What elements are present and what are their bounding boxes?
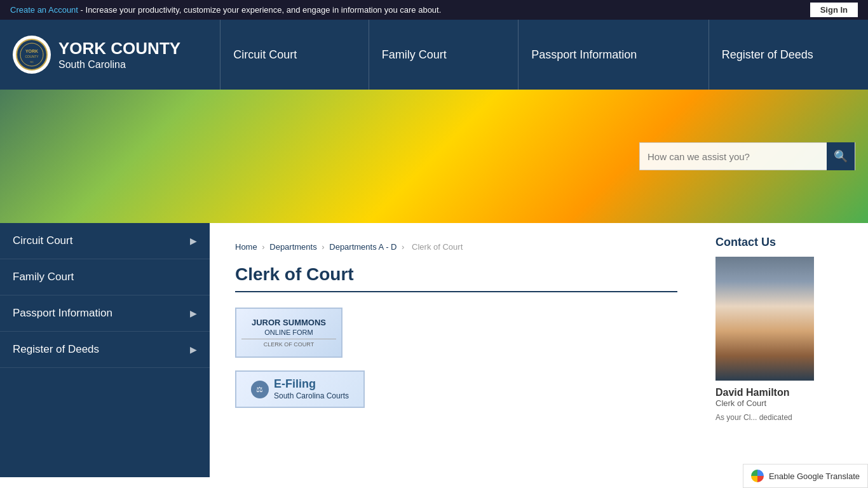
efiling-icon: ⚖ [251, 381, 269, 398]
search-button[interactable]: 🔍 [827, 142, 855, 170]
sidebar-label-family-court: Family Court [13, 271, 74, 283]
breadcrumb-sep2: › [322, 242, 327, 252]
sidebar-arrow-circuit-court: ▶ [190, 236, 197, 246]
sidebar-item-passport-information[interactable]: Passport Information ▶ [0, 295, 210, 332]
sidebar-item-register-of-deeds[interactable]: Register of Deeds ▶ [0, 332, 210, 368]
search-box: 🔍 [639, 142, 855, 170]
logo-text: YORK COUNTY South Carolina [58, 39, 180, 71]
nav-passport-information[interactable]: Passport Information [518, 20, 649, 90]
translate-label: Enable Google Translate [769, 471, 860, 478]
efiling-text: E-Filing South Carolina Courts [274, 377, 349, 402]
hero-banner: 🔍 [0, 90, 868, 223]
contact-name: David Hamilton [715, 387, 855, 398]
header: YORK COUNTY SC YORK COUNTY South Carolin… [0, 20, 868, 90]
right-panel: Contact Us David Hamilton Clerk of Court… [703, 223, 868, 477]
svg-text:YORK: YORK [25, 49, 38, 53]
efiling-sub-text: South Carolina Courts [274, 391, 349, 402]
county-name: YORK COUNTY [58, 39, 180, 58]
county-seal-svg: YORK COUNTY SC [16, 39, 48, 71]
content-wrapper: Circuit Court ▶ Family Court Passport In… [0, 223, 868, 477]
breadcrumb-sep1: › [262, 242, 267, 252]
logo-area: YORK COUNTY SC YORK COUNTY South Carolin… [13, 36, 191, 74]
translate-bar[interactable]: Enable Google Translate [743, 464, 868, 477]
top-bar: Create an Account - Increase your produc… [0, 0, 868, 20]
page-title: Clerk of Court [235, 264, 677, 292]
sidebar-item-circuit-court[interactable]: Circuit Court ▶ [0, 223, 210, 259]
sidebar-arrow-passport-information: ▶ [190, 308, 197, 318]
breadcrumb: Home › Departments › Departments A - D ›… [235, 242, 677, 252]
sidebar: Circuit Court ▶ Family Court Passport In… [0, 223, 210, 477]
sidebar-item-family-court[interactable]: Family Court [0, 259, 210, 295]
juror-tag: CLERK OF COURT [241, 339, 336, 348]
nav-circuit-court[interactable]: Circuit Court [220, 20, 309, 90]
juror-summons-card[interactable]: JUROR SUMMONS ONLINE FORM CLERK OF COURT [235, 308, 342, 358]
sidebar-arrow-register-of-deeds: ▶ [190, 344, 197, 355]
nav-register-of-deeds[interactable]: Register of Deeds [709, 20, 826, 90]
contact-description: As your Cl... dedicated [715, 412, 855, 423]
breadcrumb-sep3: › [402, 242, 407, 252]
search-icon: 🔍 [834, 149, 848, 163]
svg-text:SC: SC [30, 60, 34, 64]
breadcrumb-home[interactable]: Home [235, 242, 257, 252]
efiling-main-text: E-Filing [274, 377, 349, 391]
logo-icon: YORK COUNTY SC [13, 36, 51, 74]
state-name: South Carolina [58, 58, 180, 71]
main-content: Home › Departments › Departments A - D ›… [210, 223, 703, 477]
top-bar-message: Create an Account - Increase your produc… [10, 5, 441, 15]
contact-photo [715, 257, 814, 381]
contact-role: Clerk of Court [715, 398, 855, 408]
main-nav: Circuit Court Family Court Passport Info… [191, 20, 855, 90]
efiling-image: ⚖ E-Filing South Carolina Courts [236, 372, 363, 407]
sidebar-label-register-of-deeds: Register of Deeds [13, 343, 99, 356]
juror-title-line1: JUROR SUMMONS [252, 318, 326, 328]
contact-title: Contact Us [715, 236, 855, 249]
efiling-card[interactable]: ⚖ E-Filing South Carolina Courts [235, 370, 365, 408]
create-account-link[interactable]: Create an Account [10, 5, 78, 15]
nav-family-court[interactable]: Family Court [369, 20, 459, 90]
google-icon [751, 470, 764, 477]
breadcrumb-current: Clerk of Court [412, 242, 463, 252]
contact-photo-bg [715, 257, 814, 381]
breadcrumb-departments-ad[interactable]: Departments A - D [329, 242, 397, 252]
svg-text:COUNTY: COUNTY [25, 55, 39, 58]
juror-summons-image: JUROR SUMMONS ONLINE FORM CLERK OF COURT [236, 309, 341, 356]
search-input[interactable] [640, 151, 827, 162]
juror-title-line2: ONLINE FORM [264, 329, 313, 336]
sidebar-label-circuit-court: Circuit Court [13, 234, 72, 247]
breadcrumb-departments[interactable]: Departments [269, 242, 316, 252]
sign-in-button[interactable]: Sign In [810, 3, 858, 17]
sidebar-label-passport-information: Passport Information [13, 307, 112, 320]
